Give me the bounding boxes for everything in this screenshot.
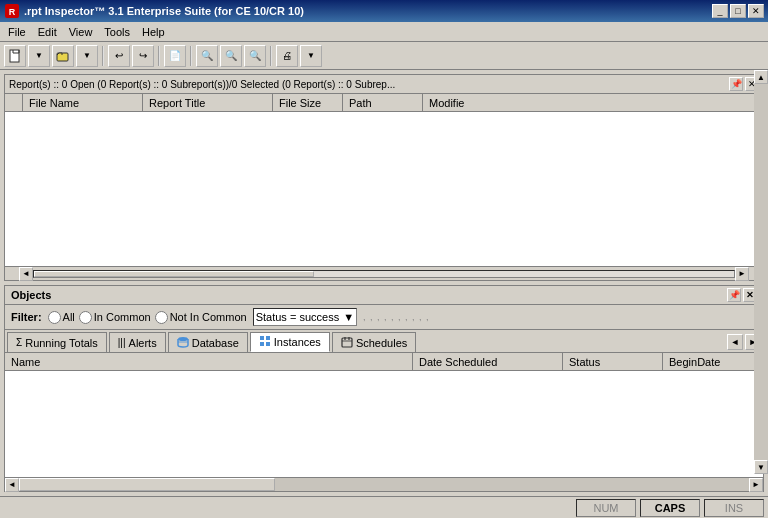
status-ins: INS [704, 499, 764, 517]
vscroll-up[interactable]: ▲ [754, 70, 768, 84]
report-scroll-thumb[interactable] [34, 271, 314, 277]
report-panel-title: Report(s) :: 0 Open (0 Report(s) :: 0 Su… [9, 79, 729, 90]
toolbar-undo[interactable]: ↩ [108, 45, 130, 67]
menu-file[interactable]: File [2, 24, 32, 40]
radio-all[interactable]: All [48, 311, 75, 324]
status-caps: CAPS [640, 499, 700, 517]
objects-panel: Objects 📌 ✕ Filter: All In Common [4, 285, 764, 492]
tab-instances[interactable]: Instances [250, 332, 330, 352]
objects-hscroll[interactable]: ◄ ► [5, 477, 763, 491]
status-num: NUM [576, 499, 636, 517]
objects-scroll-left[interactable]: ◄ [5, 478, 19, 492]
objects-table-body [5, 371, 763, 477]
menu-view[interactable]: View [63, 24, 99, 40]
objects-col-begin: BeginDate [663, 353, 763, 370]
tabs-bar: Σ Running Totals ||| Alerts Database [5, 330, 763, 353]
main-vscroll: ▲ ▼ [754, 70, 768, 474]
objects-col-date: Date Scheduled [413, 353, 563, 370]
filter-dropdown-value: Status = success [256, 311, 339, 323]
separator-2 [158, 46, 160, 66]
report-table-header: File Name Report Title File Size Path Mo… [5, 94, 763, 112]
objects-col-status: Status [563, 353, 663, 370]
tab-instances-label: Instances [274, 336, 321, 348]
report-col-filesize: File Size [273, 94, 343, 111]
filter-dropdown[interactable]: Status = success ▼ [253, 308, 357, 326]
report-scroll-right[interactable]: ► [735, 267, 749, 281]
database-icon [177, 336, 189, 350]
toolbar-redo[interactable]: ↪ [132, 45, 154, 67]
tab-schedules[interactable]: Schedules [332, 332, 416, 352]
toolbar-search3[interactable]: 🔍 [244, 45, 266, 67]
toolbar-new-dropdown[interactable]: ▼ [28, 45, 50, 67]
title-text: .rpt Inspector™ 3.1 Enterprise Suite (fo… [24, 5, 304, 17]
minimize-button[interactable]: _ [712, 4, 728, 18]
svg-point-7 [178, 337, 188, 341]
report-col-modified: Modifie [423, 94, 763, 111]
menu-help[interactable]: Help [136, 24, 171, 40]
radio-all-input[interactable] [48, 311, 61, 324]
objects-panel-pin[interactable]: 📌 [727, 288, 741, 302]
svg-rect-10 [266, 336, 270, 340]
close-button[interactable]: ✕ [748, 4, 764, 18]
alerts-icon: ||| [118, 337, 126, 348]
separator-1 [102, 46, 104, 66]
tab-nav-prev[interactable]: ◄ [727, 334, 743, 350]
app-icon: R [4, 3, 20, 19]
tab-database[interactable]: Database [168, 332, 248, 352]
menu-bar: File Edit View Tools Help [0, 22, 768, 42]
report-panel-pin[interactable]: 📌 [729, 77, 743, 91]
tab-running-totals-label: Running Totals [25, 337, 98, 349]
toolbar-open-dropdown[interactable]: ▼ [76, 45, 98, 67]
toolbar-open[interactable] [52, 45, 74, 67]
radio-not-in-common-label: Not In Common [170, 311, 247, 323]
separator-3 [190, 46, 192, 66]
tab-schedules-label: Schedules [356, 337, 407, 349]
vscroll-down[interactable]: ▼ [754, 460, 768, 474]
tab-alerts[interactable]: ||| Alerts [109, 332, 166, 352]
toolbar-search1[interactable]: 🔍 [196, 45, 218, 67]
tab-running-totals[interactable]: Σ Running Totals [7, 332, 107, 352]
report-scroll-track[interactable] [33, 270, 735, 278]
report-scroll-left[interactable]: ◄ [19, 267, 33, 281]
filter-dropdown-arrow[interactable]: ▼ [343, 311, 354, 323]
toolbar-print[interactable]: 🖨 [276, 45, 298, 67]
toolbar-print-dropdown[interactable]: ▼ [300, 45, 322, 67]
radio-in-common[interactable]: In Common [79, 311, 151, 324]
svg-rect-11 [260, 342, 264, 346]
radio-in-common-input[interactable] [79, 311, 92, 324]
title-controls: _ □ ✕ [712, 4, 764, 18]
radio-all-label: All [63, 311, 75, 323]
toolbar-copy[interactable]: 📄 [164, 45, 186, 67]
objects-scroll-right[interactable]: ► [749, 478, 763, 492]
radio-group: All In Common Not In Common [48, 311, 247, 324]
objects-scroll-track[interactable] [19, 478, 749, 491]
radio-in-common-label: In Common [94, 311, 151, 323]
title-bar: R .rpt Inspector™ 3.1 Enterprise Suite (… [0, 0, 768, 22]
vscroll-track[interactable] [754, 84, 768, 460]
status-bar: NUM CAPS INS [0, 496, 768, 518]
report-hscroll[interactable]: ◄ ► [5, 266, 763, 280]
report-panel: Report(s) :: 0 Open (0 Report(s) :: 0 Su… [4, 74, 764, 281]
filter-slider[interactable]: , , , , , , , , , , [363, 312, 430, 322]
left-panel: Report(s) :: 0 Open (0 Report(s) :: 0 Su… [0, 70, 768, 496]
instances-icon [259, 335, 271, 349]
toolbar-search2[interactable]: 🔍 [220, 45, 242, 67]
radio-not-in-common[interactable]: Not In Common [155, 311, 247, 324]
tabs-list: Σ Running Totals ||| Alerts Database [7, 332, 416, 352]
radio-not-in-common-input[interactable] [155, 311, 168, 324]
maximize-button[interactable]: □ [730, 4, 746, 18]
schedules-icon [341, 336, 353, 350]
main-content: Report(s) :: 0 Open (0 Report(s) :: 0 Su… [0, 70, 768, 496]
objects-panel-title: Objects [11, 289, 51, 301]
report-col-path: Path [343, 94, 423, 111]
menu-tools[interactable]: Tools [98, 24, 136, 40]
filter-label: Filter: [11, 311, 42, 323]
objects-scroll-thumb[interactable] [19, 478, 275, 491]
objects-col-name: Name [5, 353, 413, 370]
menu-edit[interactable]: Edit [32, 24, 63, 40]
toolbar: ▼ ▼ ↩ ↪ 📄 🔍 🔍 🔍 🖨 ▼ [0, 42, 768, 70]
svg-rect-9 [260, 336, 264, 340]
title-bar-left: R .rpt Inspector™ 3.1 Enterprise Suite (… [4, 3, 304, 19]
svg-rect-2 [10, 50, 19, 62]
toolbar-new[interactable] [4, 45, 26, 67]
